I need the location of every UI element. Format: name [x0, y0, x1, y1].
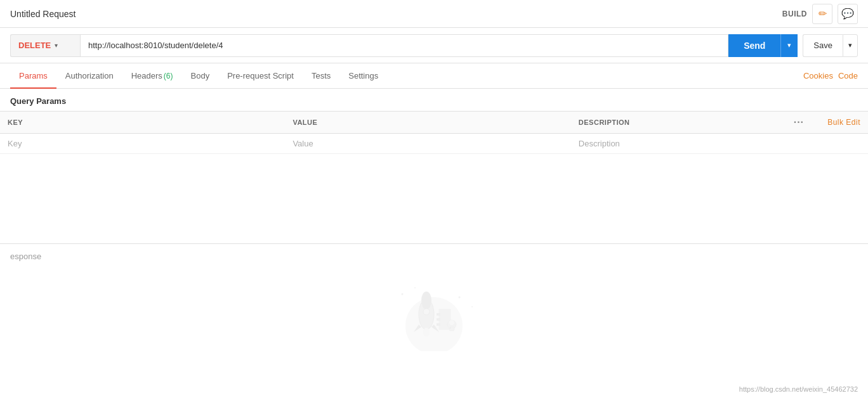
tab-headers-label: Headers: [131, 71, 162, 80]
url-input[interactable]: [80, 34, 728, 57]
tab-authorization-label: Authorization: [65, 71, 114, 80]
method-chevron-icon: ▾: [55, 42, 58, 49]
top-bar: Untitled Request BUILD ✏ 💬: [0, 0, 868, 28]
send-button[interactable]: Send: [728, 34, 780, 57]
build-label: BUILD: [782, 10, 807, 18]
rocket-illustration: [383, 281, 485, 351]
svg-point-17: [459, 297, 461, 298]
svg-point-15: [402, 293, 404, 295]
save-dropdown-button[interactable]: ▾: [843, 34, 858, 57]
comment-icon-button[interactable]: 💬: [838, 4, 858, 24]
svg-point-6: [423, 328, 430, 337]
svg-rect-10: [437, 323, 440, 326]
col-header-actions: ···: [778, 112, 820, 134]
edit-icon: ✏: [819, 8, 827, 20]
tab-settings[interactable]: Settings: [339, 63, 387, 89]
cookies-link[interactable]: Cookies: [803, 71, 833, 80]
tab-params-label: Params: [19, 71, 48, 80]
send-dropdown-button[interactable]: ▾: [780, 34, 798, 57]
request-bar: DELETE ▾ Send ▾ Save ▾: [0, 28, 868, 63]
response-title: esponse: [10, 252, 41, 261]
svg-point-3: [423, 309, 430, 315]
bulk-edit-header: Bulk Edit: [820, 112, 868, 134]
tab-body[interactable]: Body: [182, 63, 219, 89]
svg-point-18: [471, 306, 473, 307]
table-row: Key Value Description: [0, 134, 868, 154]
tab-pre-request-script-label: Pre-request Script: [227, 71, 294, 80]
code-link[interactable]: Code: [838, 71, 858, 80]
tab-params[interactable]: Params: [10, 63, 56, 89]
bulk-edit-link[interactable]: Bulk Edit: [827, 118, 860, 127]
tab-tests[interactable]: Tests: [303, 63, 339, 89]
svg-rect-9: [437, 318, 440, 321]
actions-cell: [778, 134, 820, 154]
save-group: Save ▾: [803, 34, 858, 57]
col-header-value: VALUE: [285, 112, 570, 134]
send-group: Send ▾: [728, 34, 798, 57]
tabs-bar: Params Authorization Headers (6) Body Pr…: [0, 63, 868, 89]
svg-rect-13: [449, 327, 454, 331]
bulk-cell: [820, 134, 868, 154]
svg-point-2: [421, 292, 431, 309]
svg-point-16: [414, 287, 416, 288]
upper-content: Query Params KEY VALUE DESCRIPTION ···: [0, 89, 868, 243]
tab-tests-label: Tests: [312, 71, 331, 80]
col-header-description: DESCRIPTION: [571, 112, 778, 134]
headers-badge: (6): [164, 72, 173, 80]
lower-content: esponse: [0, 243, 868, 398]
tab-body-label: Body: [191, 71, 210, 80]
edit-icon-button[interactable]: ✏: [812, 4, 832, 24]
tab-headers[interactable]: Headers (6): [122, 63, 182, 89]
response-empty-state: [0, 269, 868, 364]
footer-link: https://blog.csdn.net/weixin_45462732: [739, 385, 858, 393]
tab-authorization[interactable]: Authorization: [56, 63, 122, 89]
tab-settings-label: Settings: [348, 71, 378, 80]
send-chevron-icon: ▾: [787, 41, 791, 49]
content-area: Query Params KEY VALUE DESCRIPTION ···: [0, 89, 868, 398]
save-button[interactable]: Save: [803, 34, 843, 57]
save-chevron-icon: ▾: [848, 41, 852, 49]
method-label: DELETE: [18, 41, 51, 50]
method-select[interactable]: DELETE ▾: [10, 34, 80, 57]
col-header-key: KEY: [0, 112, 285, 134]
svg-point-12: [449, 320, 454, 325]
top-bar-actions: BUILD ✏ 💬: [782, 4, 858, 24]
more-options-icon[interactable]: ···: [794, 117, 804, 127]
svg-rect-8: [437, 313, 440, 316]
page-title: Untitled Request: [10, 9, 76, 19]
tabs-right-links: Cookies Code: [803, 71, 858, 80]
response-section: esponse: [0, 244, 868, 269]
key-cell: Key: [0, 134, 285, 154]
description-cell: Description: [571, 134, 778, 154]
tab-pre-request-script[interactable]: Pre-request Script: [218, 63, 303, 89]
value-cell: Value: [285, 134, 570, 154]
query-params-table: KEY VALUE DESCRIPTION ··· Bulk Edit: [0, 111, 868, 154]
comment-icon: 💬: [841, 8, 854, 20]
query-params-title: Query Params: [0, 89, 868, 111]
